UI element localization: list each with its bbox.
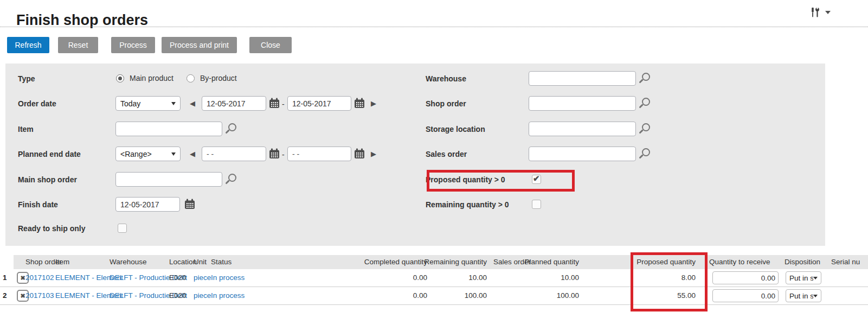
- planned-end-date-to-input[interactable]: [287, 147, 351, 161]
- by-product-radio-label: By-product: [200, 74, 237, 82]
- title-separator: [0, 27, 868, 27]
- unit-link[interactable]: piece: [194, 287, 211, 304]
- order-date-next-arrow[interactable]: ▶: [371, 100, 376, 107]
- finish-date-label: Finish date: [18, 200, 58, 209]
- storage-location-label: Storage location: [426, 125, 485, 133]
- select-caret-icon: [171, 152, 176, 156]
- location-value: E020: [169, 287, 187, 304]
- by-product-radio[interactable]: [187, 74, 195, 82]
- shop-order-search-icon[interactable]: [642, 98, 650, 106]
- type-label: Type: [18, 74, 35, 83]
- order-date-label: Order date: [18, 99, 56, 108]
- unit-link[interactable]: piece: [194, 269, 211, 287]
- location-value: E020: [169, 269, 187, 287]
- planned-quantity-value: 10.00: [503, 269, 579, 287]
- ready-to-ship-only-label: Ready to ship only: [18, 224, 85, 233]
- status-link[interactable]: In process: [211, 269, 245, 287]
- col-header-serial-number: Serial nu: [831, 255, 860, 269]
- item-search-icon[interactable]: [228, 123, 236, 131]
- shop-order-label: Shop order: [426, 99, 466, 108]
- col-header-disposition: Disposition: [785, 255, 820, 269]
- refresh-button[interactable]: Refresh: [7, 37, 49, 53]
- status-link[interactable]: In process: [211, 287, 245, 304]
- shop-order-link[interactable]: 2017102: [25, 269, 54, 287]
- disposition-value: Put in s: [789, 292, 813, 300]
- shop-order-input[interactable]: [529, 96, 636, 111]
- remaining-quantity-value: 10.00: [411, 269, 487, 287]
- calendar-icon[interactable]: [354, 148, 365, 159]
- reset-button[interactable]: Reset: [58, 37, 98, 53]
- proposed-quantity-checkbox[interactable]: [532, 175, 541, 184]
- main-shop-order-search-icon[interactable]: [228, 174, 236, 182]
- calendar-icon[interactable]: [184, 199, 195, 209]
- row-number: 2: [3, 287, 11, 304]
- disposition-select[interactable]: Put in s: [786, 289, 821, 302]
- col-header-unit: Unit: [194, 255, 207, 269]
- planned-end-date-from-input[interactable]: [202, 147, 266, 161]
- quantity-to-receive-input[interactable]: [712, 289, 779, 302]
- col-header-status: Status: [211, 255, 232, 269]
- order-date-from-input[interactable]: [202, 96, 266, 111]
- order-date-preset-value: Today: [120, 99, 140, 108]
- sales-order-input[interactable]: [529, 147, 636, 161]
- table-row: 1 ✖ 2017102 ELEMENT - Element DELFT - Pr…: [0, 269, 868, 287]
- proposed-quantity-value: 8.00: [625, 269, 696, 287]
- shop-order-link[interactable]: 2017103: [25, 287, 54, 304]
- warehouse-input[interactable]: [529, 71, 636, 86]
- select-caret-icon: [171, 102, 176, 105]
- process-button[interactable]: Process: [111, 37, 155, 53]
- chevron-down-icon: [825, 11, 831, 14]
- quantity-to-receive-input[interactable]: [712, 271, 779, 284]
- order-date-to-input[interactable]: [287, 96, 351, 111]
- planned-end-date-prev-arrow[interactable]: ◀: [190, 150, 195, 158]
- select-caret-icon: [813, 277, 818, 279]
- remaining-quantity-checkbox[interactable]: [532, 200, 541, 209]
- storage-location-search-icon[interactable]: [642, 123, 650, 131]
- main-product-radio[interactable]: [116, 74, 124, 82]
- proposed-quantity-filter-label: Proposed quantity > 0: [426, 175, 505, 184]
- proposed-quantity-value: 55.00: [625, 287, 696, 304]
- finish-date-input[interactable]: [115, 197, 180, 212]
- process-and-print-button[interactable]: Process and print: [162, 37, 237, 53]
- close-button[interactable]: Close: [249, 37, 292, 53]
- item-input[interactable]: [115, 122, 222, 136]
- select-caret-icon: [813, 295, 818, 297]
- planned-end-date-label: Planned end date: [18, 150, 81, 158]
- planned-end-date-next-arrow[interactable]: ▶: [371, 150, 376, 158]
- tools-menu-button[interactable]: [809, 6, 835, 19]
- col-header-location: Location: [169, 255, 197, 269]
- tools-icon: [809, 7, 821, 18]
- disposition-value: Put in s: [789, 274, 813, 282]
- col-header-remaining-quantity: Remaining quantity: [411, 255, 487, 269]
- col-header-warehouse: Warehouse: [110, 255, 147, 269]
- planned-end-date-preset-select[interactable]: <Range>: [115, 147, 181, 161]
- main-product-radio-label: Main product: [130, 74, 173, 82]
- disposition-select[interactable]: Put in s: [786, 271, 821, 284]
- main-shop-order-label: Main shop order: [18, 175, 77, 184]
- row-number: 1: [3, 269, 11, 287]
- finish-shop-orders-page: Finish shop orders Refresh Reset Process…: [0, 0, 868, 318]
- col-header-planned-quantity: Planned quantity: [503, 255, 579, 269]
- sales-order-label: Sales order: [426, 150, 467, 158]
- col-header-item: Item: [55, 255, 69, 269]
- date-range-separator: -: [282, 150, 285, 159]
- calendar-icon[interactable]: [269, 148, 280, 159]
- type-radio-group: Main product By-product: [116, 74, 245, 82]
- planned-quantity-value: 100.00: [503, 287, 579, 304]
- order-date-prev-arrow[interactable]: ◀: [190, 100, 195, 107]
- sales-order-search-icon[interactable]: [642, 148, 650, 156]
- ready-to-ship-only-checkbox[interactable]: [118, 224, 127, 233]
- main-shop-order-input[interactable]: [115, 172, 222, 187]
- order-date-preset-select[interactable]: Today: [115, 96, 181, 111]
- col-header-proposed-quantity: Proposed quantity: [625, 255, 696, 269]
- storage-location-input[interactable]: [529, 122, 636, 136]
- table-header-row: Shop order Item Warehouse Location Unit …: [0, 255, 868, 269]
- calendar-icon[interactable]: [269, 98, 280, 109]
- remaining-quantity-filter-label: Remaining quantity > 0: [426, 200, 509, 209]
- item-label: Item: [18, 125, 34, 133]
- warehouse-label: Warehouse: [426, 74, 466, 83]
- calendar-icon[interactable]: [354, 98, 365, 109]
- col-header-quantity-to-receive: Quantity to receive: [709, 255, 770, 269]
- warehouse-search-icon[interactable]: [642, 73, 650, 81]
- remaining-quantity-value: 100.00: [411, 287, 487, 304]
